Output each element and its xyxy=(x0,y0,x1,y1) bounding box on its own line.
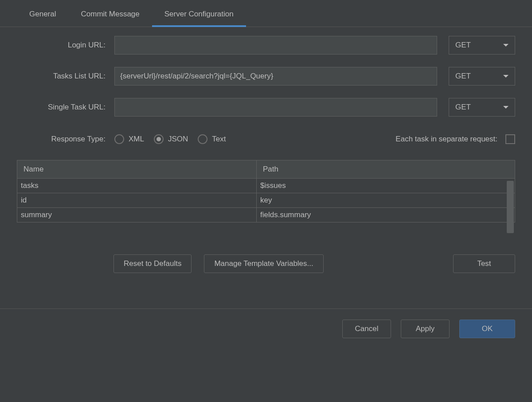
mapping-table: Name Path tasks $issues id key summary f… xyxy=(17,160,515,222)
tab-commit-message[interactable]: Commit Message xyxy=(68,0,152,27)
radio-icon xyxy=(114,134,124,144)
table-cell-path[interactable]: fields.summary xyxy=(257,208,515,222)
table-cell-name[interactable]: id xyxy=(17,193,257,207)
content-panel: Login URL: GET Tasks List URL: GET Singl… xyxy=(0,27,532,273)
login-url-method-select[interactable]: GET xyxy=(449,36,515,55)
chevron-down-icon xyxy=(503,106,509,109)
chevron-down-icon xyxy=(503,44,509,47)
radio-text-label: Text xyxy=(212,135,226,144)
action-buttons-row: Reset to Defaults Manage Template Variab… xyxy=(17,254,515,273)
single-task-url-label: Single Task URL: xyxy=(17,103,114,112)
radio-text[interactable]: Text xyxy=(198,134,226,144)
single-task-url-input[interactable] xyxy=(114,98,437,117)
radio-xml[interactable]: XML xyxy=(114,134,144,144)
tab-bar: General Commit Message Server Configurat… xyxy=(0,0,532,27)
table-cell-name[interactable]: tasks xyxy=(17,179,257,193)
radio-icon xyxy=(198,134,207,144)
each-task-separate-checkbox[interactable] xyxy=(505,134,515,144)
tab-general[interactable]: General xyxy=(17,0,68,27)
each-task-separate-group: Each task in separate request: xyxy=(395,134,515,144)
each-task-separate-label: Each task in separate request: xyxy=(395,135,497,144)
tasks-list-url-method-select[interactable]: GET xyxy=(449,67,515,86)
scrollbar-thumb[interactable] xyxy=(507,181,514,233)
table-header: Name Path xyxy=(17,160,515,179)
test-button[interactable]: Test xyxy=(453,254,515,273)
tasks-list-url-row: Tasks List URL: GET xyxy=(17,67,515,86)
login-url-input[interactable] xyxy=(114,36,437,55)
response-type-radio-group: XML JSON Text xyxy=(114,134,226,144)
table-cell-name[interactable]: summary xyxy=(17,208,257,222)
radio-json[interactable]: JSON xyxy=(154,134,188,144)
tasks-list-url-input[interactable] xyxy=(114,67,437,86)
response-type-row: Response Type: XML JSON Text Each task i… xyxy=(17,134,515,144)
login-url-label: Login URL: xyxy=(17,41,114,50)
radio-icon xyxy=(154,134,164,144)
ok-button[interactable]: OK xyxy=(459,320,515,338)
login-url-method-value: GET xyxy=(455,41,471,50)
table-row[interactable]: id key xyxy=(17,193,515,208)
table-body: tasks $issues id key summary fields.summ… xyxy=(17,179,515,222)
table-header-path[interactable]: Path xyxy=(257,160,515,178)
table-header-name[interactable]: Name xyxy=(17,160,257,178)
radio-json-label: JSON xyxy=(168,135,188,144)
tasks-list-url-label: Tasks List URL: xyxy=(17,72,114,81)
reset-defaults-button[interactable]: Reset to Defaults xyxy=(113,254,192,273)
apply-button[interactable]: Apply xyxy=(401,320,450,338)
manage-template-variables-button[interactable]: Manage Template Variables... xyxy=(204,254,323,273)
table-cell-path[interactable]: key xyxy=(257,193,515,207)
table-cell-path[interactable]: $issues xyxy=(257,179,515,193)
response-type-label: Response Type: xyxy=(17,135,114,144)
chevron-down-icon xyxy=(503,75,509,78)
tasks-list-url-method-value: GET xyxy=(455,72,471,81)
single-task-url-method-value: GET xyxy=(455,103,471,112)
single-task-url-method-select[interactable]: GET xyxy=(449,98,515,117)
tab-server-configuration[interactable]: Server Configuration xyxy=(152,0,246,27)
radio-xml-label: XML xyxy=(129,135,144,144)
footer: Cancel Apply OK xyxy=(0,309,532,349)
table-row[interactable]: summary fields.summary xyxy=(17,208,515,222)
cancel-button[interactable]: Cancel xyxy=(342,320,391,338)
login-url-row: Login URL: GET xyxy=(17,36,515,55)
table-row[interactable]: tasks $issues xyxy=(17,179,515,193)
single-task-url-row: Single Task URL: GET xyxy=(17,98,515,117)
